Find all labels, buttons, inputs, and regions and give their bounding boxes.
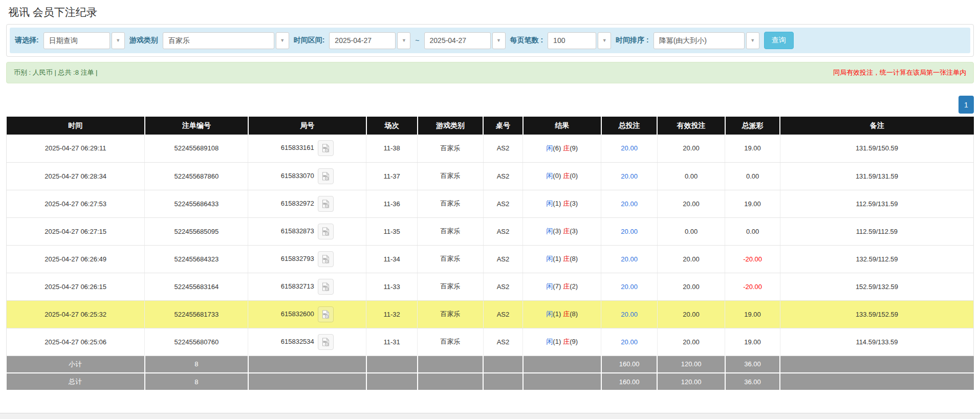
time-sort-label: 时间排序 : [616, 36, 649, 45]
cell-bet-id: 522455686433 [145, 190, 248, 217]
cell-time: 2025-04-27 06:25:06 [7, 328, 145, 356]
subtotal-valid-bet: 120.00 [657, 356, 725, 373]
player-result-score: (1) [553, 310, 561, 318]
chevron-down-icon[interactable]: ▼ [746, 32, 759, 49]
cell-table-no: AS2 [483, 217, 522, 245]
cell-total-bet: 20.00 [601, 217, 658, 245]
page-number-button[interactable]: 1 [959, 96, 974, 114]
cell-table-no: AS2 [483, 135, 522, 162]
cell-result: 闲(1)庄(9) [523, 328, 601, 356]
chevron-down-icon[interactable]: ▼ [276, 32, 289, 49]
cell-round-id: 615832600 [248, 300, 366, 328]
cell-table-no: AS2 [483, 273, 522, 300]
total-bet-link[interactable]: 20.00 [621, 338, 638, 346]
cell-game-category: 百家乐 [418, 217, 484, 245]
round-id-text: 615833070 [281, 171, 314, 179]
cell-payout: -20.00 [725, 273, 780, 300]
date-to-select[interactable]: 2025-04-27 ▼ [424, 32, 506, 49]
cell-bet-id: 522455683164 [145, 273, 248, 300]
round-id-text: 615832873 [281, 227, 314, 234]
cell-valid-bet: 20.00 [657, 328, 725, 356]
cell-total-bet: 20.00 [601, 162, 658, 190]
chevron-down-icon[interactable]: ▼ [112, 32, 125, 49]
player-result-score: (6) [553, 144, 561, 152]
table-row: 2025-04-27 06:27:53 522455686433 6158329… [7, 190, 974, 217]
player-result-label: 闲 [546, 144, 553, 152]
video-file-icon[interactable] [318, 306, 334, 322]
cell-time: 2025-04-27 06:26:15 [7, 273, 145, 300]
total-bet-link[interactable]: 20.00 [621, 311, 638, 318]
banker-result-score: (3) [570, 200, 578, 207]
search-button[interactable]: 查询 [764, 32, 794, 49]
horizontal-scrollbar[interactable] [0, 413, 980, 419]
player-result-score: (0) [553, 172, 561, 180]
total-bet-link[interactable]: 20.00 [621, 200, 638, 208]
cell-game-category: 百家乐 [418, 135, 484, 162]
cell-remark: 112.59/131.59 [780, 190, 973, 217]
banker-result-score: (8) [570, 310, 578, 318]
bet-records-table: 时间 注单编号 局号 场次 游戏类别 桌号 结果 总投注 有效投注 总派彩 备注… [6, 117, 974, 391]
query-type-value[interactable]: 日期查询 [43, 32, 110, 49]
banker-result-score: (2) [570, 282, 578, 290]
video-file-icon[interactable] [318, 279, 334, 295]
chevron-down-icon[interactable]: ▼ [492, 32, 506, 49]
round-id-text: 615832793 [281, 254, 314, 262]
query-type-select[interactable]: 日期查询 ▼ [43, 32, 125, 49]
chevron-down-icon[interactable]: ▼ [397, 32, 410, 49]
cell-total-bet: 20.00 [601, 135, 658, 162]
table-header-row: 时间 注单编号 局号 场次 游戏类别 桌号 结果 总投注 有效投注 总派彩 备注 [7, 117, 974, 135]
total-bet-link[interactable]: 20.00 [621, 255, 638, 263]
total-bet-link[interactable]: 20.00 [621, 228, 638, 235]
banker-result-label: 庄 [563, 338, 570, 345]
total-bet-link[interactable]: 20.00 [621, 144, 638, 152]
video-file-icon[interactable] [318, 251, 334, 267]
cell-payout: 0.00 [725, 217, 780, 245]
cell-round-id: 615832534 [248, 328, 366, 356]
cell-bet-id: 522455687860 [145, 162, 248, 190]
total-payout: 36.00 [725, 373, 780, 390]
cell-payout: 19.00 [725, 135, 780, 162]
total-valid-bet: 120.00 [657, 373, 725, 390]
banker-result-label: 庄 [563, 310, 570, 318]
total-bet-link[interactable]: 20.00 [621, 283, 638, 291]
game-category-value[interactable]: 百家乐 [163, 32, 274, 49]
header-valid-bet: 有效投注 [657, 117, 725, 135]
filter-bar: 请选择: 日期查询 ▼ 游戏类别 百家乐 ▼ 时间区间: 2025-04-27 … [10, 28, 970, 53]
page-size-value[interactable]: 100 [548, 32, 596, 49]
time-sort-select[interactable]: 降冪(由大到小) ▼ [654, 32, 759, 49]
subtotal-total-bet: 160.00 [601, 356, 658, 373]
banker-result-score: (3) [570, 227, 578, 235]
cell-total-bet: 20.00 [601, 190, 658, 217]
date-from-value[interactable]: 2025-04-27 [329, 32, 396, 49]
cell-table-no: AS2 [483, 328, 522, 356]
date-to-value[interactable]: 2025-04-27 [424, 32, 491, 49]
header-payout: 总派彩 [725, 117, 780, 135]
player-result-label: 闲 [546, 172, 553, 180]
cell-time: 2025-04-27 06:29:11 [7, 135, 145, 162]
video-file-icon[interactable] [318, 334, 334, 350]
total-bet-link[interactable]: 20.00 [621, 172, 638, 180]
banker-result-score: (9) [570, 144, 578, 152]
page-size-label: 每页笔数 : [510, 36, 543, 45]
page-size-select[interactable]: 100 ▼ [548, 32, 611, 49]
cell-time: 2025-04-27 06:26:49 [7, 245, 145, 273]
date-from-select[interactable]: 2025-04-27 ▼ [329, 32, 410, 49]
chevron-down-icon[interactable]: ▼ [598, 32, 611, 49]
header-session: 场次 [366, 117, 418, 135]
video-file-icon[interactable] [318, 168, 334, 184]
time-sort-value[interactable]: 降冪(由大到小) [654, 32, 745, 49]
video-file-icon[interactable] [318, 140, 334, 156]
banker-result-label: 庄 [563, 200, 570, 207]
cell-game-category: 百家乐 [418, 273, 484, 300]
page: 视讯 会员下注纪录 请选择: 日期查询 ▼ 游戏类别 百家乐 ▼ 时间区间: 2… [0, 0, 980, 419]
game-category-select[interactable]: 百家乐 ▼ [163, 32, 289, 49]
banker-result-label: 庄 [563, 282, 570, 290]
cell-valid-bet: 20.00 [657, 300, 725, 328]
video-file-icon[interactable] [318, 196, 334, 212]
video-file-icon[interactable] [318, 224, 334, 239]
header-total-bet: 总投注 [601, 117, 658, 135]
header-table-no: 桌号 [483, 117, 522, 135]
cell-bet-id: 522455685095 [145, 217, 248, 245]
cell-remark: 131.59/131.59 [780, 162, 973, 190]
subtotal-row: 小计 8 160.00 120.00 36.00 [7, 356, 974, 373]
